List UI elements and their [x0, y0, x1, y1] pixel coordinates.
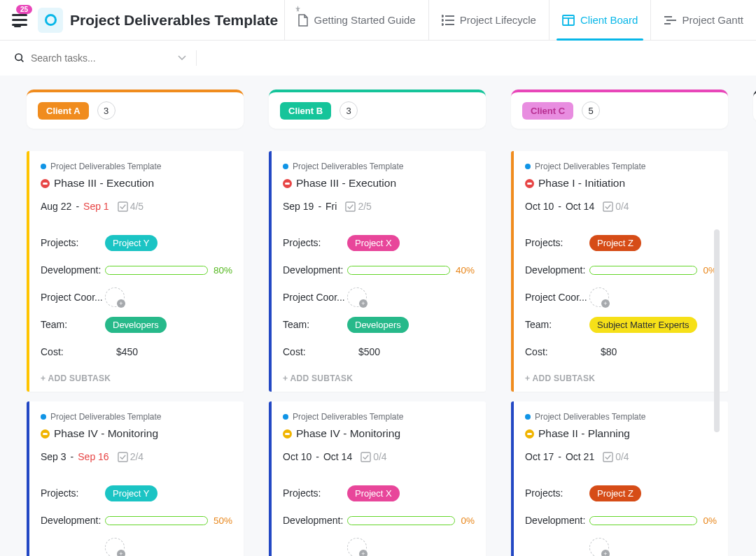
task-card[interactable]: Project Deliverables Template Phase III …	[27, 151, 244, 392]
task-card[interactable]: Project Deliverables Template Phase IV -…	[269, 401, 486, 556]
field-development: Development: 0%	[283, 506, 475, 534]
search-icon	[14, 52, 25, 64]
check-icon	[360, 452, 371, 462]
field-projects: Projects: Project Y	[41, 229, 232, 256]
card-parent: Project Deliverables Template	[283, 412, 475, 422]
date-end: Oct 14	[323, 451, 352, 462]
field-coordinator	[283, 534, 475, 556]
date-end: Oct 21	[566, 451, 594, 462]
project-tag[interactable]: Project Y	[105, 485, 158, 501]
column: Client C 5 Project Deliverables Template…	[511, 90, 728, 556]
assign-avatar[interactable]	[589, 538, 609, 556]
dot-icon	[41, 414, 46, 420]
team-tag[interactable]: Developers	[105, 317, 167, 333]
space-logo[interactable]	[38, 8, 63, 33]
date-row: Aug 22 - Sep 1 4/5	[41, 201, 232, 212]
card-title: Phase III - Execution	[296, 177, 396, 190]
date-start: Oct 10	[283, 451, 312, 462]
tab-project-lifecycle[interactable]: Project Lifecycle	[428, 0, 549, 40]
project-tag[interactable]: Project Z	[589, 235, 641, 251]
menu-button[interactable]: 25	[8, 9, 31, 31]
tab-client-board[interactable]: Client Board	[549, 0, 651, 40]
task-card[interactable]: Project Deliverables Template Phase I - …	[511, 151, 728, 392]
project-tag[interactable]: Project X	[347, 235, 400, 251]
field-projects: Projects: Project X	[283, 229, 475, 256]
project-tag[interactable]: Project Z	[589, 485, 641, 501]
dev-pct: 0%	[703, 515, 717, 526]
tab-project-gantt[interactable]: Project Gantt	[650, 0, 756, 40]
task-card[interactable]: Project Deliverables Template Phase II -…	[511, 401, 728, 556]
team-tag[interactable]: Developers	[347, 317, 409, 333]
add-card-button[interactable]: +	[753, 161, 756, 180]
scrollbar[interactable]	[714, 229, 720, 432]
search-bar	[0, 41, 756, 76]
date-row: Oct 10 - Oct 14 0/4	[525, 201, 717, 212]
card-parent: Project Deliverables Template	[525, 162, 717, 171]
date-row: Oct 17 - Oct 21 0/4	[525, 451, 717, 462]
circle-icon	[45, 14, 57, 26]
task-card[interactable]: Project Deliverables Template Phase III …	[269, 151, 486, 392]
field-cost: Cost: $450	[41, 338, 232, 365]
column-header[interactable]: Client B 3	[269, 90, 486, 129]
svg-rect-18	[603, 201, 612, 211]
check-icon	[118, 201, 128, 212]
assign-avatar[interactable]	[589, 287, 609, 307]
tab-icon	[442, 15, 454, 26]
column-count: 3	[97, 101, 115, 120]
dev-pct: 80%	[214, 265, 232, 276]
tab-label: Project Gantt	[682, 14, 743, 26]
column-title-badge: Client A	[38, 102, 89, 120]
project-tag[interactable]: Project Y	[105, 235, 158, 251]
check-icon	[603, 201, 613, 212]
column-header[interactable]: Client A 3	[27, 90, 244, 129]
column-header[interactable]: En	[753, 90, 756, 122]
column-header[interactable]: Client C 5	[511, 90, 728, 129]
search-chevron-icon[interactable]	[178, 50, 197, 66]
app-header: 25 Project Deliverables Template Getting…	[0, 0, 756, 41]
card-parent: Project Deliverables Template	[41, 412, 232, 422]
assign-avatar[interactable]	[105, 287, 125, 307]
tab-label: Getting Started Guide	[314, 14, 416, 26]
field-coordinator: Project Coor...	[525, 283, 717, 311]
assign-avatar[interactable]	[347, 287, 367, 307]
field-development: Development: 0%	[525, 256, 717, 283]
tab-getting-started-guide[interactable]: Getting Started Guide	[284, 0, 428, 40]
assign-avatar[interactable]	[347, 538, 367, 556]
field-coordinator: Project Coor...	[41, 283, 232, 311]
field-coordinator	[525, 534, 717, 556]
subtask-count: 0/4	[603, 201, 629, 212]
svg-rect-15	[118, 452, 127, 461]
columns-row: Client A 3 Project Deliverables Template…	[27, 90, 756, 556]
project-tag[interactable]: Project X	[347, 485, 400, 501]
add-subtask-button[interactable]: + ADD SUBTASK	[525, 373, 717, 383]
date-row: Sep 3 - Sep 16 2/4	[41, 451, 232, 462]
date-start: Sep 3	[41, 451, 66, 462]
page-title: Project Deliverables Template	[70, 12, 278, 29]
assign-avatar[interactable]	[105, 538, 125, 556]
search-input[interactable]	[31, 52, 171, 64]
task-card[interactable]: Project Deliverables Template Phase IV -…	[27, 401, 244, 556]
field-coordinator	[41, 534, 232, 556]
field-development: Development: 0%	[525, 506, 717, 534]
column-partial: En +	[753, 90, 756, 556]
svg-line-13	[21, 59, 23, 62]
column-title-badge: Client B	[280, 102, 331, 120]
column: Client A 3 Project Deliverables Template…	[27, 90, 244, 556]
field-team: Team: Developers	[41, 311, 232, 338]
subtask-count: 0/4	[603, 451, 629, 462]
add-subtask-button[interactable]: + ADD SUBTASK	[283, 373, 475, 383]
dot-icon	[525, 414, 531, 420]
card-list: Project Deliverables Template Phase III …	[269, 151, 486, 556]
card-list: Project Deliverables Template Phase I - …	[511, 151, 728, 556]
status-icon	[283, 429, 292, 439]
date-end: Sep 1	[83, 201, 109, 212]
team-tag[interactable]: Subject Matter Experts	[589, 317, 697, 333]
date-end: Oct 14	[566, 201, 594, 212]
svg-point-12	[15, 54, 22, 60]
dot-icon	[283, 164, 288, 169]
dot-icon	[41, 164, 46, 169]
check-icon	[118, 452, 128, 462]
add-subtask-button[interactable]: + ADD SUBTASK	[41, 373, 232, 383]
status-icon	[283, 179, 292, 188]
card-parent: Project Deliverables Template	[41, 162, 232, 171]
